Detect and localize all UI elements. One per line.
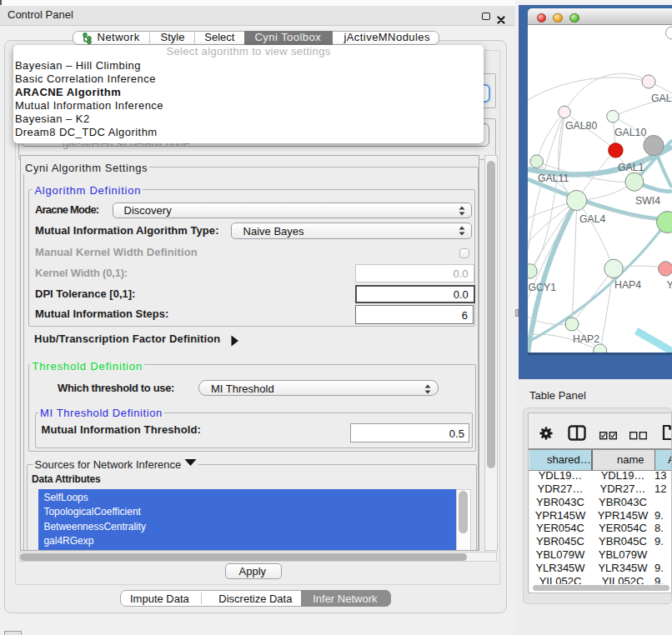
svg-text:GCY1: GCY1 [529, 282, 557, 293]
svg-text:GAL11: GAL11 [538, 172, 569, 184]
svg-text:GAL1: GAL1 [618, 162, 644, 173]
svg-text:HAP4: HAP4 [614, 279, 641, 291]
svg-text:GAL4: GAL4 [579, 213, 606, 225]
svg-text:Y: Y [667, 279, 672, 291]
svg-text:GAL: GAL [651, 92, 672, 104]
svg-text:GAL10: GAL10 [614, 127, 646, 138]
svg-text:HAP2: HAP2 [573, 333, 599, 345]
svg-text:GAL80: GAL80 [565, 120, 597, 132]
svg-text:SWI4: SWI4 [635, 195, 660, 207]
